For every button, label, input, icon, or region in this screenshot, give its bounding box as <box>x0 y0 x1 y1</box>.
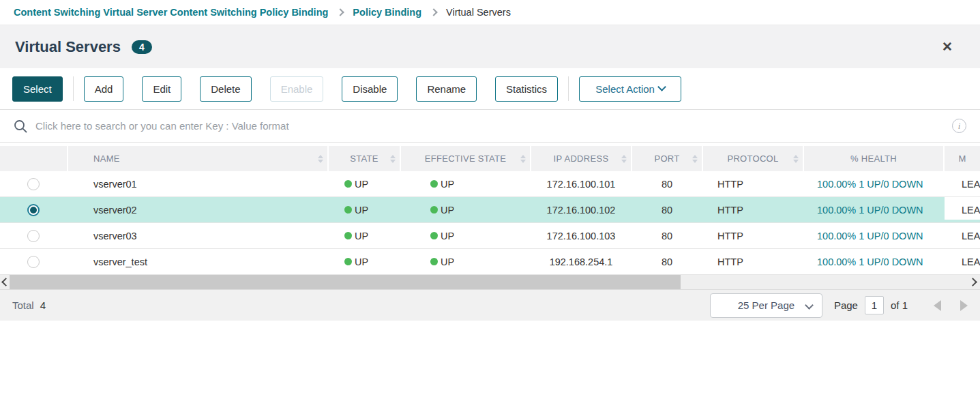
column-header-label: PROTOCOL <box>727 153 778 164</box>
cell-health[interactable]: 100.00% 1 UP/0 DOWN <box>804 223 943 248</box>
cell-protocol: HTTP <box>703 249 803 274</box>
cell-health[interactable]: 100.00% 1 UP/0 DOWN <box>804 171 943 196</box>
statistics-button[interactable]: Statistics <box>495 76 558 102</box>
cell-method: LEAS <box>945 223 980 248</box>
panel-header: Virtual Servers 4 ✕ <box>0 25 980 68</box>
search-input[interactable] <box>35 120 942 132</box>
table-row[interactable]: vserver03 UP UP 172.16.100.103 80 HTTP 1… <box>0 223 980 249</box>
status-up-icon <box>344 258 352 265</box>
breadcrumb-link-cs-policy-binding[interactable]: Content Switching Virtual Server Content… <box>14 7 328 18</box>
column-header-effective-state: EFFECTIVE STATE <box>401 146 530 171</box>
cell-ip-address: 172.16.100.101 <box>531 171 631 196</box>
column-header-protocol: PROTOCOL <box>703 146 803 171</box>
toolbar-divider <box>568 76 569 101</box>
cell-name: vserver03 <box>68 223 327 248</box>
effective-state-label: UP <box>441 179 454 190</box>
cell-port: 80 <box>632 197 702 222</box>
pagination: 25 Per Page Page of 1 <box>710 293 968 318</box>
sort-icon[interactable] <box>318 155 323 163</box>
table-header-row: NAME STATE EFFECTIVE STATE IP ADDRESS PO… <box>0 146 980 171</box>
column-header-state: STATE <box>329 146 400 171</box>
sort-icon[interactable] <box>520 155 526 163</box>
cell-protocol: HTTP <box>703 171 803 196</box>
table-row[interactable]: vserver_test UP UP 192.168.254.1 80 HTTP… <box>0 249 980 275</box>
cell-ip-address: 172.16.100.103 <box>531 223 631 248</box>
cell-state: UP <box>329 223 400 248</box>
table-footer: Total 4 25 Per Page Page of 1 <box>0 289 980 321</box>
sort-icon[interactable] <box>390 155 396 163</box>
search-icon <box>14 119 27 133</box>
scroll-left-icon[interactable] <box>1 278 10 286</box>
sort-icon[interactable] <box>621 155 627 163</box>
chevron-right-icon <box>337 8 344 16</box>
cell-port: 80 <box>632 249 702 274</box>
state-label: UP <box>355 205 368 216</box>
cell-health[interactable]: 100.00% 1 UP/0 DOWN <box>804 249 943 274</box>
total-value: 4 <box>40 299 46 311</box>
page-number-input[interactable] <box>865 296 884 314</box>
delete-button[interactable]: Delete <box>200 76 251 102</box>
chevron-right-icon <box>430 8 437 16</box>
per-page-select[interactable]: 25 Per Page <box>710 293 822 318</box>
cell-protocol: HTTP <box>703 197 803 222</box>
column-header-label: NAME <box>93 153 120 164</box>
status-up-icon <box>344 206 352 214</box>
chevron-down-icon <box>805 301 814 310</box>
add-button[interactable]: Add <box>84 76 124 102</box>
cell-name: vserver02 <box>68 197 327 222</box>
select-button[interactable]: Select <box>12 76 63 102</box>
effective-state-label: UP <box>441 205 454 216</box>
chevron-down-icon <box>657 83 666 91</box>
toolbar-divider <box>73 76 74 101</box>
info-icon[interactable]: i <box>952 119 966 133</box>
rename-button[interactable]: Rename <box>416 76 477 102</box>
virtual-servers-table: NAME STATE EFFECTIVE STATE IP ADDRESS PO… <box>0 146 980 275</box>
horizontal-scrollbar[interactable] <box>0 275 980 289</box>
column-header-label: PORT <box>654 153 679 164</box>
scrollbar-thumb[interactable] <box>10 275 681 289</box>
column-header-name: NAME <box>68 146 327 171</box>
sort-icon[interactable] <box>793 155 799 163</box>
row-radio[interactable] <box>27 204 40 216</box>
column-header-label: % HEALTH <box>850 153 897 164</box>
status-up-icon <box>430 180 438 188</box>
table-body: vserver01 UP UP 172.16.100.101 80 HTTP 1… <box>0 171 980 275</box>
state-label: UP <box>355 231 368 241</box>
cell-port: 80 <box>632 171 702 196</box>
cell-ip-address: 172.16.100.102 <box>531 197 631 222</box>
page-of-label: of 1 <box>891 299 908 311</box>
page-label: Page <box>834 299 858 311</box>
breadcrumb: Content Switching Virtual Server Content… <box>0 0 980 25</box>
status-up-icon <box>344 232 352 239</box>
cell-effective-state: UP <box>401 171 530 196</box>
table-row[interactable]: vserver02 UP UP 172.16.100.102 80 HTTP 1… <box>0 197 980 223</box>
column-header-ip-address: IP ADDRESS <box>531 146 631 171</box>
cell-radio <box>0 223 67 248</box>
row-radio[interactable] <box>27 256 40 268</box>
disable-button[interactable]: Disable <box>342 76 398 102</box>
sort-icon[interactable] <box>692 155 698 163</box>
edit-button[interactable]: Edit <box>142 76 181 102</box>
cell-method: LEAS <box>945 197 980 222</box>
column-header-label: STATE <box>350 153 378 164</box>
breadcrumb-link-policy-binding[interactable]: Policy Binding <box>353 7 421 18</box>
scroll-right-icon[interactable] <box>968 278 977 286</box>
row-radio[interactable] <box>27 178 40 190</box>
effective-state-label: UP <box>441 256 454 267</box>
select-action-label: Select Action <box>595 83 655 95</box>
column-header-label: M <box>958 153 966 164</box>
table-row[interactable]: vserver01 UP UP 172.16.100.101 80 HTTP 1… <box>0 171 980 197</box>
column-header-radio <box>0 146 67 171</box>
count-badge: 4 <box>132 40 152 54</box>
row-radio[interactable] <box>27 230 40 242</box>
search-bar: i <box>0 110 980 143</box>
cell-health[interactable]: 100.00% 1 UP/0 DOWN <box>804 197 943 222</box>
status-up-icon <box>430 206 438 214</box>
select-action-dropdown[interactable]: Select Action <box>579 76 681 102</box>
close-icon[interactable]: ✕ <box>942 39 953 55</box>
cell-name: vserver01 <box>68 171 327 196</box>
previous-page-icon[interactable] <box>934 300 941 311</box>
effective-state-label: UP <box>441 231 454 241</box>
cell-state: UP <box>329 249 400 274</box>
next-page-icon[interactable] <box>960 300 968 311</box>
